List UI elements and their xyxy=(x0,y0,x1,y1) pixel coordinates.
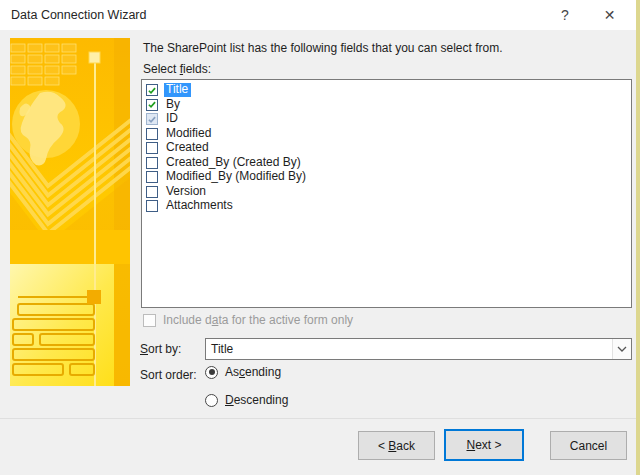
list-item[interactable]: Attachments xyxy=(146,199,631,214)
list-item[interactable]: ID xyxy=(146,112,631,127)
chevron-down-icon[interactable] xyxy=(612,339,631,359)
list-item[interactable]: By xyxy=(146,98,631,113)
include-data-label: Include data for the active form only xyxy=(163,313,353,327)
field-label: Modified_By (Modified By) xyxy=(164,170,309,184)
radio-button-icon[interactable] xyxy=(205,366,218,379)
radio-descending[interactable]: Descending xyxy=(205,393,288,407)
label-part: ort by: xyxy=(148,342,181,356)
next-button[interactable]: Next > xyxy=(444,429,524,461)
list-item[interactable]: Created_By (Created By) xyxy=(146,156,631,171)
window-title: Data Connection Wizard xyxy=(11,8,146,22)
unchecked-checkbox-icon[interactable] xyxy=(146,200,158,212)
list-item[interactable]: Title xyxy=(146,83,631,98)
sort-by-dropdown[interactable]: Title xyxy=(205,338,632,360)
label-part: ext > xyxy=(475,438,501,452)
titlebar: Data Connection Wizard ? ✕ xyxy=(0,0,636,30)
list-item[interactable]: Modified_By (Modified By) xyxy=(146,170,631,185)
field-label: By xyxy=(164,98,183,112)
sort-by-label: Sort by: xyxy=(140,342,181,356)
footer-divider xyxy=(0,418,636,419)
field-label: Version xyxy=(164,185,209,199)
close-button[interactable]: ✕ xyxy=(587,0,632,30)
help-button[interactable]: ? xyxy=(544,0,586,30)
field-label: Created_By (Created By) xyxy=(164,156,304,170)
label-part: ta for the active form only xyxy=(218,313,353,327)
checked-checkbox-icon[interactable] xyxy=(146,99,158,111)
field-label: ID xyxy=(164,112,181,126)
unchecked-checkbox-icon[interactable] xyxy=(146,157,158,169)
select-fields-label: Select fields: xyxy=(143,62,211,76)
help-icon: ? xyxy=(561,7,569,23)
unchecked-checkbox-icon[interactable] xyxy=(146,171,158,183)
field-label: Title xyxy=(164,83,191,97)
cancel-button[interactable]: Cancel xyxy=(550,431,627,460)
back-label: < Back xyxy=(378,439,415,453)
label-part: ending xyxy=(245,365,281,379)
list-item[interactable]: Modified xyxy=(146,127,631,142)
sort-order-label: Sort order: xyxy=(140,368,197,382)
instruction-text: The SharePoint list has the following fi… xyxy=(143,41,503,55)
label-part: Include d xyxy=(163,313,212,327)
label-part: < xyxy=(378,439,388,453)
field-label: Created xyxy=(164,141,212,155)
radio-ascending[interactable]: Ascending xyxy=(205,365,281,379)
back-button[interactable]: < Back xyxy=(358,431,435,460)
list-item[interactable]: Created xyxy=(146,141,631,156)
radio-button-icon[interactable] xyxy=(205,394,218,407)
label-part: As xyxy=(225,365,239,379)
label-accel: N xyxy=(466,438,475,452)
next-label: Next > xyxy=(466,438,501,452)
checked-checkbox-icon[interactable] xyxy=(146,84,158,96)
desktop-background-sliver xyxy=(636,0,640,475)
unchecked-checkbox-icon[interactable] xyxy=(146,142,158,154)
cancel-label: Cancel xyxy=(570,439,607,453)
ascending-label: Ascending xyxy=(225,365,281,379)
unchecked-checkbox-icon xyxy=(143,314,156,327)
label-part: ields: xyxy=(183,62,211,76)
label-part: ack xyxy=(396,439,415,453)
label-accel: S xyxy=(140,342,148,356)
checked-checkbox-icon xyxy=(146,113,158,125)
field-label: Modified xyxy=(164,127,214,141)
wizard-sidebar-graphic xyxy=(10,38,130,386)
descending-label: Descending xyxy=(225,393,288,407)
fields-listbox[interactable]: TitleByIDModifiedCreatedCreated_By (Crea… xyxy=(141,79,632,308)
field-label: Attachments xyxy=(164,199,236,213)
label-part: Select xyxy=(143,62,180,76)
unchecked-checkbox-icon[interactable] xyxy=(146,128,158,140)
dialog-window: Data Connection Wizard ? ✕ xyxy=(0,0,636,475)
label-accel: D xyxy=(225,393,234,407)
label-part: escending xyxy=(234,393,289,407)
gold-globe-artwork-icon xyxy=(10,38,130,386)
sort-by-value: Title xyxy=(206,342,612,356)
include-data-checkbox-row: Include data for the active form only xyxy=(143,313,353,327)
close-icon: ✕ xyxy=(604,7,616,23)
list-item[interactable]: Version xyxy=(146,185,631,200)
unchecked-checkbox-icon[interactable] xyxy=(146,186,158,198)
